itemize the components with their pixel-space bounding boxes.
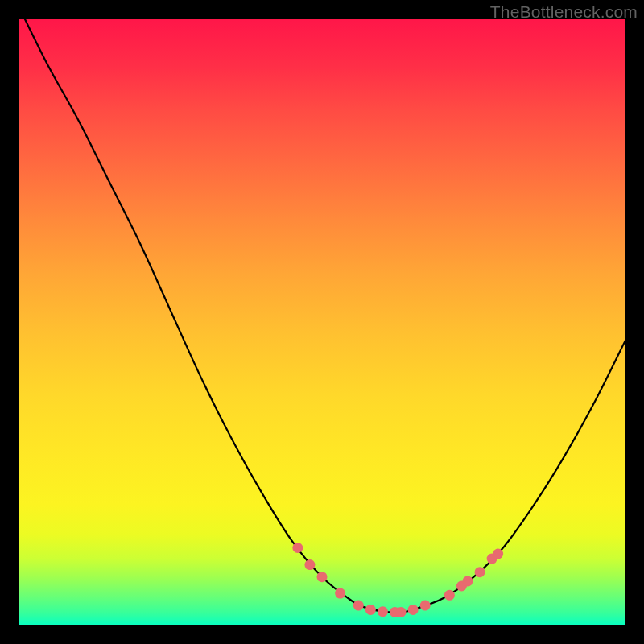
data-marker	[475, 567, 485, 577]
data-marker	[456, 580, 467, 591]
data-marker	[304, 559, 315, 570]
data-marker	[487, 554, 497, 564]
data-marker	[390, 607, 400, 617]
data-marker	[317, 572, 328, 582]
data-marker	[408, 605, 419, 615]
data-marker	[462, 576, 473, 586]
watermark: TheBottleneck.com	[490, 2, 638, 22]
data-marker	[378, 606, 388, 617]
data-marker	[335, 588, 345, 599]
data-marker	[420, 601, 431, 611]
chart-area	[19, 19, 625, 625]
data-marker	[493, 549, 503, 559]
data-marker	[444, 590, 455, 601]
data-markers	[292, 543, 503, 617]
data-marker	[396, 607, 407, 617]
curve-line	[25, 19, 625, 613]
data-marker	[292, 543, 303, 553]
data-marker	[365, 605, 376, 615]
data-marker	[353, 601, 364, 611]
chart-svg	[19, 19, 625, 625]
